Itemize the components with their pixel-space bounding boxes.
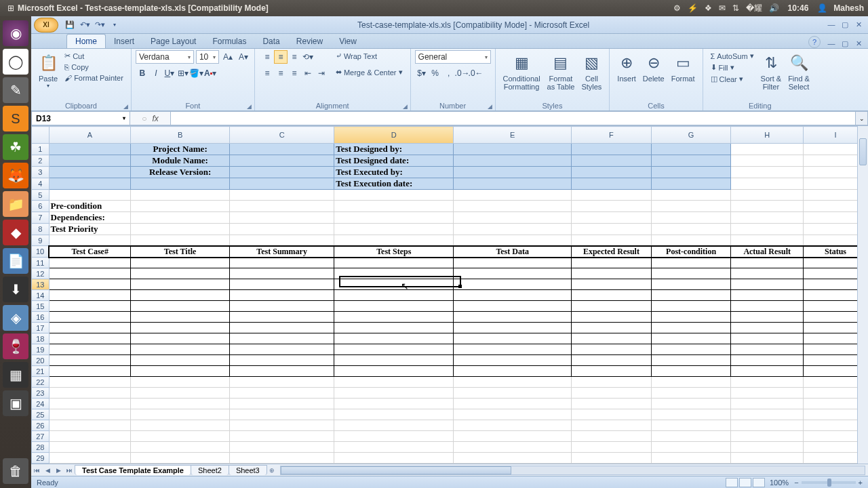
cell-D3[interactable]: Test Executed by: — [334, 167, 454, 178]
cell-H20[interactable] — [731, 355, 804, 366]
cell-B18[interactable] — [131, 333, 230, 344]
font-launcher[interactable]: ◢ — [247, 103, 252, 110]
cell-B17[interactable] — [131, 323, 230, 333]
cell-E16[interactable] — [454, 312, 572, 323]
col-header-B[interactable]: B — [131, 127, 230, 144]
sheet-nav-next[interactable]: ▶ — [53, 467, 64, 474]
col-header-E[interactable]: E — [454, 127, 572, 144]
cell-F12[interactable] — [572, 268, 652, 279]
cell-H10[interactable]: Actual Result — [731, 246, 804, 258]
cell-F3[interactable] — [572, 167, 652, 178]
align-top-button[interactable]: ≡ — [260, 50, 274, 64]
cell-B7[interactable] — [131, 212, 230, 224]
cell-B23[interactable] — [131, 388, 230, 399]
cell-H3[interactable] — [731, 167, 804, 178]
cell-D8[interactable] — [334, 224, 454, 235]
cell-D15[interactable] — [334, 301, 454, 312]
row-header-12[interactable]: 12 — [32, 268, 50, 279]
battery-icon[interactable]: ⚡ — [688, 3, 698, 13]
cell-H17[interactable] — [731, 323, 804, 333]
sublime-icon[interactable]: S — [3, 106, 28, 131]
merge-center-button[interactable]: ⬌Merge & Center ▾ — [334, 67, 405, 77]
tab-home[interactable]: Home — [66, 34, 106, 48]
cell-D20[interactable] — [334, 355, 454, 366]
cell-G4[interactable] — [651, 178, 731, 190]
col-header-C[interactable]: C — [229, 127, 334, 144]
files-icon[interactable]: 📁 — [3, 191, 28, 217]
cell-D29[interactable] — [334, 453, 454, 464]
cell-A2[interactable] — [49, 155, 131, 167]
col-header-H[interactable]: H — [731, 127, 804, 144]
fill-color-button[interactable]: 🪣▾ — [190, 66, 203, 80]
cell-C2[interactable] — [229, 155, 334, 167]
number-format-combo[interactable]: General▾ — [415, 50, 491, 64]
worksheet-grid[interactable]: ABCDEFGHI1Project Name:Test Designed by:… — [31, 126, 868, 464]
cell-H12[interactable] — [731, 268, 804, 279]
tool-icon[interactable]: ◈ — [3, 305, 28, 331]
row-header-18[interactable]: 18 — [32, 333, 50, 344]
cell-F1[interactable] — [572, 144, 652, 155]
tab-page-layout[interactable]: Page Layout — [142, 35, 204, 48]
cell-B22[interactable] — [131, 377, 230, 388]
cell-G11[interactable] — [651, 258, 731, 268]
align-middle-button[interactable]: ≡ — [274, 50, 288, 64]
row-header-15[interactable]: 15 — [32, 301, 50, 312]
percent-button[interactable]: % — [429, 66, 442, 80]
formula-expand-button[interactable]: ⌄ — [856, 111, 868, 125]
cut-button[interactable]: ✂Cut — [62, 51, 125, 61]
save-icon[interactable]: 💾 — [64, 19, 76, 31]
col-header-D[interactable]: D — [334, 127, 454, 144]
cell-H1[interactable] — [731, 144, 804, 155]
cell-F23[interactable] — [572, 388, 652, 399]
cell-C16[interactable] — [229, 312, 334, 323]
workspace-icon[interactable]: ▣ — [3, 390, 28, 416]
cell-F2[interactable] — [572, 155, 652, 167]
font-color-button[interactable]: A▾ — [203, 66, 217, 80]
cell-H15[interactable] — [731, 301, 804, 312]
cell-D28[interactable] — [334, 442, 454, 453]
cell-A22[interactable] — [49, 377, 131, 388]
pidgin-icon[interactable]: ☘ — [3, 134, 28, 160]
cell-C17[interactable] — [229, 323, 334, 333]
cell-F18[interactable] — [572, 333, 652, 344]
cell-B28[interactable] — [131, 442, 230, 453]
col-header-F[interactable]: F — [572, 127, 652, 144]
border-button[interactable]: ⊞▾ — [176, 66, 190, 80]
zoom-level[interactable]: 100% — [770, 479, 789, 487]
row-header-21[interactable]: 21 — [32, 366, 50, 377]
cell-F4[interactable] — [572, 178, 652, 190]
clipboard-launcher[interactable]: ◢ — [123, 103, 128, 110]
align-center-button[interactable]: ≡ — [274, 66, 288, 80]
cell-G1[interactable] — [651, 144, 731, 155]
row-header-11[interactable]: 11 — [32, 258, 50, 268]
cell-D9[interactable] — [334, 235, 454, 246]
tab-formulas[interactable]: Formulas — [204, 35, 254, 48]
cell-H6[interactable] — [731, 201, 804, 212]
doc-restore-button[interactable]: ▢ — [838, 39, 852, 48]
cell-C20[interactable] — [229, 355, 334, 366]
align-right-button[interactable]: ≡ — [288, 66, 301, 80]
bold-button[interactable]: B — [136, 66, 149, 80]
cell-D6[interactable] — [334, 201, 454, 212]
cell-E8[interactable] — [454, 224, 572, 235]
cell-F24[interactable] — [572, 399, 652, 409]
comma-button[interactable]: , — [442, 66, 456, 80]
cell-H19[interactable] — [731, 344, 804, 355]
cell-B6[interactable] — [131, 201, 230, 212]
cell-E3[interactable] — [454, 167, 572, 178]
format-painter-button[interactable]: 🖌Format Painter — [62, 73, 125, 83]
apps-icon[interactable]: ▦ — [3, 362, 28, 388]
cell-B2[interactable]: Module Name: — [131, 155, 230, 167]
cell-G17[interactable] — [651, 323, 731, 333]
sort-filter-button[interactable]: ⇅Sort & Filter — [757, 50, 785, 92]
increase-indent-button[interactable]: ⇥ — [315, 66, 328, 80]
cell-F11[interactable] — [572, 258, 652, 268]
delete-cells-button[interactable]: ⊖Delete — [639, 50, 668, 84]
cell-G22[interactable] — [651, 377, 731, 388]
cell-C24[interactable] — [229, 399, 334, 409]
cell-A29[interactable] — [49, 453, 131, 464]
row-header-17[interactable]: 17 — [32, 323, 50, 333]
cell-F13[interactable] — [572, 279, 652, 290]
format-cells-button[interactable]: ▭Format — [668, 50, 698, 84]
cell-C19[interactable] — [229, 344, 334, 355]
